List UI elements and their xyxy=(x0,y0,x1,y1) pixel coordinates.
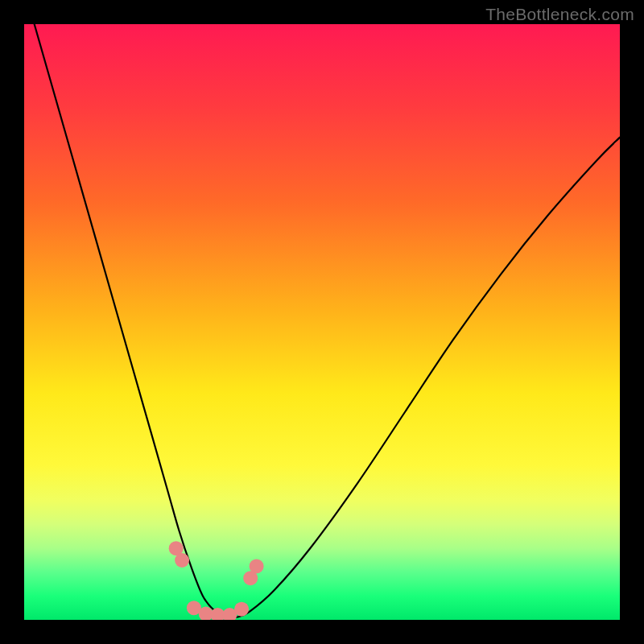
marker-dot xyxy=(169,541,184,555)
bottleneck-curve xyxy=(24,24,620,617)
marker-dots-group xyxy=(169,541,264,620)
marker-dot xyxy=(187,601,201,615)
plot-area xyxy=(24,24,620,620)
chart-frame: TheBottleneck.com xyxy=(0,0,644,644)
marker-dot xyxy=(222,608,237,620)
marker-dot xyxy=(234,602,249,617)
watermark-text: TheBottleneck.com xyxy=(485,5,634,24)
chart-svg xyxy=(24,24,620,620)
marker-dot xyxy=(250,559,264,573)
marker-dot xyxy=(211,608,225,620)
marker-dot xyxy=(243,571,258,585)
marker-dot xyxy=(199,607,213,620)
marker-dot xyxy=(175,553,189,568)
